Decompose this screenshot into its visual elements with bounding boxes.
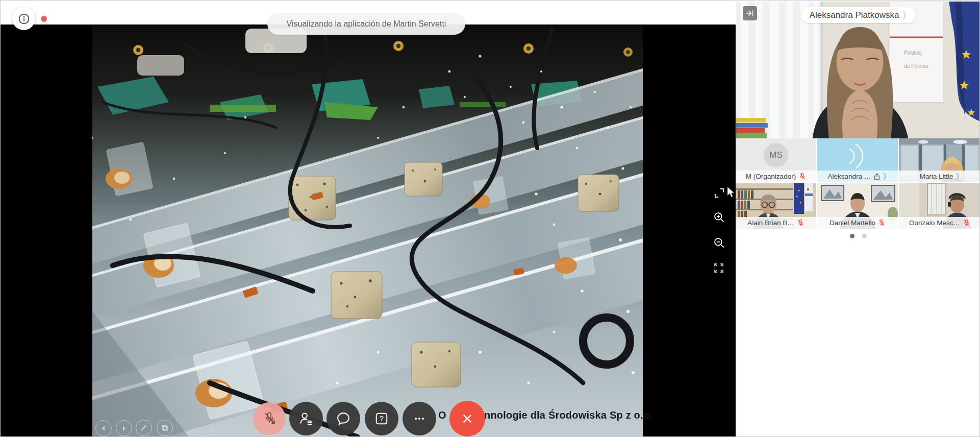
zoom-out-button[interactable]: [713, 236, 726, 250]
pages-icon: [161, 424, 169, 432]
arrow-left-icon: [100, 425, 107, 431]
active-speaker-name: Aleksandra Piatkowska: [810, 10, 899, 20]
end-call-button[interactable]: [449, 401, 485, 436]
recording-indicator-dot: [41, 16, 47, 22]
participants-sidebar: Polskiej de Polonia: [736, 1, 980, 437]
participant-label: Alain Brian B…: [736, 217, 816, 229]
watermark-fragment-right: nnologie dla Środowiska Sp z o.o.: [484, 409, 652, 421]
audio-indicator-icon: [883, 173, 887, 180]
participant-label: Maria Little: [899, 171, 980, 182]
participant-name: Maria Little: [919, 173, 953, 180]
participant-name: Gonzalo Mesc…: [909, 219, 960, 227]
audio-indicator-icon: [902, 11, 907, 20]
svg-text:?: ?: [380, 415, 384, 423]
shared-screen-stage: Visualizando la aplicación de Martin Ser…: [1, 1, 736, 437]
help-button[interactable]: ?: [365, 402, 398, 435]
fullscreen-button[interactable]: [713, 262, 726, 275]
arrow-right-icon: [121, 425, 127, 431]
sharing-banner: Visualizando la aplicación de Martin Ser…: [267, 13, 465, 35]
info-button[interactable]: [12, 7, 35, 30]
mouse-cursor: [727, 187, 735, 200]
participant-tile-gonzalo[interactable]: Gonzalo Mesc…: [899, 183, 980, 229]
sharing-banner-text: Visualizando la aplicación de Martin Ser…: [287, 19, 446, 29]
fullscreen-icon: [713, 262, 725, 274]
watermark-fragment-left: O: [438, 409, 446, 421]
thumbnail-pagination: [736, 234, 980, 238]
expand-icon: [713, 186, 726, 200]
close-icon: [460, 411, 475, 426]
more-options-button[interactable]: [403, 402, 436, 435]
meeting-window: Visualizando la aplicación de Martin Ser…: [0, 0, 980, 437]
shared-screen-photo: [92, 26, 643, 437]
next-page-button[interactable]: [116, 420, 132, 436]
participant-label: M (Organizador): [736, 171, 816, 182]
participant-name: Daniel Martello: [830, 219, 875, 227]
mic-muted-lock-icon: [261, 410, 278, 427]
zoom-in-button[interactable]: [713, 211, 726, 224]
participant-tile-aleksandra[interactable]: Aleksandra …: [817, 138, 898, 182]
pagination-dot-1[interactable]: [850, 234, 855, 238]
copy-view-button[interactable]: [157, 420, 173, 436]
mic-muted-icon: [798, 173, 806, 180]
zoom-out-icon: [713, 236, 726, 250]
participant-tile-organizer[interactable]: MS M (Organizador): [736, 138, 816, 182]
extra-control-ghost-1[interactable]: [177, 420, 193, 436]
unmute-button-locked[interactable]: [253, 402, 286, 435]
avatar: MS: [764, 143, 788, 167]
extra-control-ghost-2[interactable]: [197, 420, 213, 436]
mic-muted-icon: [878, 219, 886, 227]
participant-name: M (Organizador): [746, 173, 796, 180]
collapse-panel-button[interactable]: [743, 6, 757, 20]
more-options-icon: [411, 410, 428, 427]
participant-label: Daniel Martello: [817, 217, 898, 229]
expand-view-button[interactable]: [713, 186, 726, 200]
chat-button[interactable]: [326, 402, 360, 435]
annotate-button[interactable]: [136, 420, 152, 436]
chat-icon: [335, 410, 351, 427]
zoom-in-icon: [713, 211, 726, 224]
info-icon: [17, 12, 31, 26]
participant-tile-maria[interactable]: Maria Little: [899, 138, 980, 182]
participant-label: Gonzalo Mesc…: [899, 217, 980, 229]
participant-tile-alain[interactable]: Alain Brian B…: [736, 183, 816, 229]
mic-muted-icon: [797, 219, 805, 227]
audio-indicator-icon: [956, 173, 960, 180]
mic-muted-icon: [963, 219, 970, 227]
pagination-dot-2[interactable]: [862, 234, 867, 238]
sharing-icon: [873, 173, 881, 180]
participants-button[interactable]: [289, 402, 323, 435]
participant-label: Aleksandra …: [817, 171, 898, 182]
participants-icon: [298, 410, 314, 427]
board-text-2: de Polonia: [904, 63, 928, 69]
participant-name: Alain Brian B…: [747, 219, 794, 227]
previous-page-button[interactable]: [95, 420, 112, 436]
participant-name: Aleksandra …: [828, 173, 871, 180]
participant-tile-daniel[interactable]: Daniel Martello: [817, 183, 898, 229]
pencil-icon: [140, 424, 147, 431]
active-speaker-name-pill: Aleksandra Piatkowska: [801, 7, 916, 23]
board-text-1: Polskiej: [904, 50, 921, 56]
collapse-arrow-icon: [745, 9, 755, 18]
help-icon: ?: [373, 410, 390, 427]
